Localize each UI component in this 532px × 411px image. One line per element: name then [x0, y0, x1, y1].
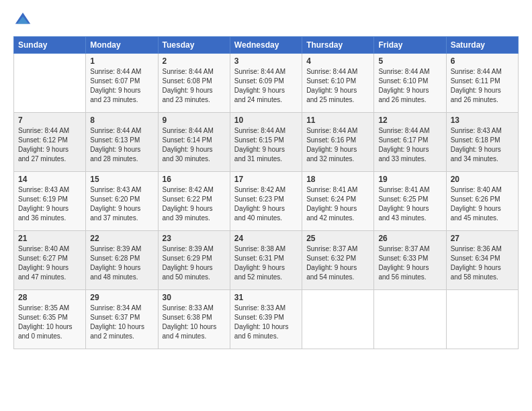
day-number: 4 [306, 56, 369, 66]
calendar-cell: 22Sunrise: 8:39 AMSunset: 6:28 PMDayligh… [86, 231, 158, 290]
calendar-body: 1Sunrise: 8:44 AMSunset: 6:07 PMDaylight… [14, 54, 519, 349]
day-info: Sunrise: 8:37 AMSunset: 6:33 PMDaylight:… [378, 244, 441, 282]
day-number: 9 [163, 116, 226, 125]
weekday-row: SundayMondayTuesdayWednesdayThursdayFrid… [14, 37, 519, 54]
calendar-cell: 28Sunrise: 8:35 AMSunset: 6:35 PMDayligh… [14, 290, 86, 349]
day-number: 24 [234, 234, 298, 243]
day-number: 1 [90, 56, 153, 66]
calendar-cell [374, 290, 446, 349]
calendar-cell: 2Sunrise: 8:44 AMSunset: 6:08 PMDaylight… [158, 54, 230, 113]
calendar-cell: 9Sunrise: 8:44 AMSunset: 6:14 PMDaylight… [158, 113, 230, 172]
day-info: Sunrise: 8:44 AMSunset: 6:10 PMDaylight:… [378, 67, 441, 105]
calendar-cell [446, 290, 518, 349]
weekday-header-sunday: Sunday [14, 37, 86, 54]
calendar-cell: 30Sunrise: 8:33 AMSunset: 6:38 PMDayligh… [158, 290, 230, 349]
day-number: 19 [378, 175, 441, 184]
day-info: Sunrise: 8:38 AMSunset: 6:31 PMDaylight:… [234, 244, 298, 282]
weekday-header-friday: Friday [374, 37, 446, 54]
day-number: 17 [234, 175, 298, 184]
calendar-cell: 20Sunrise: 8:40 AMSunset: 6:26 PMDayligh… [446, 172, 518, 231]
weekday-header-monday: Monday [86, 37, 158, 54]
calendar-week-row: 1Sunrise: 8:44 AMSunset: 6:07 PMDaylight… [14, 54, 519, 113]
day-number: 8 [90, 116, 153, 125]
calendar-cell: 7Sunrise: 8:44 AMSunset: 6:12 PMDaylight… [14, 113, 86, 172]
calendar-cell: 13Sunrise: 8:43 AMSunset: 6:18 PMDayligh… [446, 113, 518, 172]
day-number: 28 [18, 293, 81, 302]
calendar-cell: 18Sunrise: 8:41 AMSunset: 6:24 PMDayligh… [302, 172, 374, 231]
day-info: Sunrise: 8:43 AMSunset: 6:18 PMDaylight:… [451, 126, 514, 164]
weekday-header-tuesday: Tuesday [158, 37, 230, 54]
day-info: Sunrise: 8:40 AMSunset: 6:27 PMDaylight:… [18, 244, 81, 282]
calendar-cell: 27Sunrise: 8:36 AMSunset: 6:34 PMDayligh… [446, 231, 518, 290]
calendar-header: SundayMondayTuesdayWednesdayThursdayFrid… [14, 37, 519, 54]
calendar-week-row: 14Sunrise: 8:43 AMSunset: 6:19 PMDayligh… [14, 172, 519, 231]
calendar-cell: 26Sunrise: 8:37 AMSunset: 6:33 PMDayligh… [374, 231, 446, 290]
day-number: 15 [90, 175, 153, 184]
day-info: Sunrise: 8:40 AMSunset: 6:26 PMDaylight:… [451, 185, 514, 223]
calendar-cell: 31Sunrise: 8:33 AMSunset: 6:39 PMDayligh… [230, 290, 302, 349]
calendar-cell: 14Sunrise: 8:43 AMSunset: 6:19 PMDayligh… [14, 172, 86, 231]
day-number: 12 [378, 116, 441, 125]
calendar-table: SundayMondayTuesdayWednesdayThursdayFrid… [13, 36, 519, 349]
calendar-cell: 6Sunrise: 8:44 AMSunset: 6:11 PMDaylight… [446, 54, 518, 113]
day-number: 7 [18, 116, 81, 125]
day-number: 10 [234, 116, 298, 125]
day-info: Sunrise: 8:44 AMSunset: 6:11 PMDaylight:… [451, 67, 514, 105]
day-info: Sunrise: 8:44 AMSunset: 6:12 PMDaylight:… [18, 126, 81, 164]
day-info: Sunrise: 8:39 AMSunset: 6:28 PMDaylight:… [90, 244, 153, 282]
calendar-week-row: 21Sunrise: 8:40 AMSunset: 6:27 PMDayligh… [14, 231, 519, 290]
day-info: Sunrise: 8:44 AMSunset: 6:07 PMDaylight:… [90, 67, 153, 105]
weekday-header-saturday: Saturday [446, 37, 518, 54]
day-number: 31 [234, 293, 298, 302]
day-info: Sunrise: 8:43 AMSunset: 6:20 PMDaylight:… [90, 185, 153, 223]
day-number: 30 [163, 293, 226, 302]
day-info: Sunrise: 8:44 AMSunset: 6:13 PMDaylight:… [90, 126, 153, 164]
calendar-week-row: 28Sunrise: 8:35 AMSunset: 6:35 PMDayligh… [14, 290, 519, 349]
day-number: 26 [378, 234, 441, 243]
day-number: 18 [306, 175, 369, 184]
day-info: Sunrise: 8:44 AMSunset: 6:16 PMDaylight:… [306, 126, 369, 164]
calendar-cell: 4Sunrise: 8:44 AMSunset: 6:10 PMDaylight… [302, 54, 374, 113]
day-number: 20 [451, 175, 514, 184]
weekday-header-wednesday: Wednesday [230, 37, 302, 54]
calendar-cell: 3Sunrise: 8:44 AMSunset: 6:09 PMDaylight… [230, 54, 302, 113]
day-info: Sunrise: 8:44 AMSunset: 6:08 PMDaylight:… [163, 67, 226, 105]
calendar-cell: 5Sunrise: 8:44 AMSunset: 6:10 PMDaylight… [374, 54, 446, 113]
logo [13, 11, 34, 30]
day-info: Sunrise: 8:44 AMSunset: 6:14 PMDaylight:… [163, 126, 226, 164]
calendar-cell [302, 290, 374, 349]
day-number: 13 [451, 116, 514, 125]
page-header [13, 11, 519, 30]
day-number: 14 [18, 175, 81, 184]
day-number: 5 [378, 56, 441, 66]
calendar-cell: 29Sunrise: 8:34 AMSunset: 6:37 PMDayligh… [86, 290, 158, 349]
day-info: Sunrise: 8:42 AMSunset: 6:23 PMDaylight:… [234, 185, 298, 223]
calendar-cell: 10Sunrise: 8:44 AMSunset: 6:15 PMDayligh… [230, 113, 302, 172]
day-info: Sunrise: 8:33 AMSunset: 6:39 PMDaylight:… [234, 304, 298, 341]
day-number: 27 [451, 234, 514, 243]
day-number: 3 [234, 56, 298, 66]
calendar-cell: 15Sunrise: 8:43 AMSunset: 6:20 PMDayligh… [86, 172, 158, 231]
day-info: Sunrise: 8:43 AMSunset: 6:19 PMDaylight:… [18, 185, 81, 223]
day-info: Sunrise: 8:42 AMSunset: 6:22 PMDaylight:… [163, 185, 226, 223]
day-info: Sunrise: 8:44 AMSunset: 6:15 PMDaylight:… [234, 126, 298, 164]
day-info: Sunrise: 8:44 AMSunset: 6:17 PMDaylight:… [378, 126, 441, 164]
day-info: Sunrise: 8:36 AMSunset: 6:34 PMDaylight:… [451, 244, 514, 282]
calendar-cell: 11Sunrise: 8:44 AMSunset: 6:16 PMDayligh… [302, 113, 374, 172]
day-number: 6 [451, 56, 514, 66]
day-number: 21 [18, 234, 81, 243]
day-number: 25 [306, 234, 369, 243]
calendar-cell: 12Sunrise: 8:44 AMSunset: 6:17 PMDayligh… [374, 113, 446, 172]
day-number: 16 [163, 175, 226, 184]
calendar-cell: 19Sunrise: 8:41 AMSunset: 6:25 PMDayligh… [374, 172, 446, 231]
calendar-cell: 23Sunrise: 8:39 AMSunset: 6:29 PMDayligh… [158, 231, 230, 290]
day-info: Sunrise: 8:34 AMSunset: 6:37 PMDaylight:… [90, 304, 153, 341]
day-number: 11 [306, 116, 369, 125]
day-info: Sunrise: 8:35 AMSunset: 6:35 PMDaylight:… [18, 304, 81, 341]
calendar-cell: 17Sunrise: 8:42 AMSunset: 6:23 PMDayligh… [230, 172, 302, 231]
day-number: 22 [90, 234, 153, 243]
calendar-cell: 25Sunrise: 8:37 AMSunset: 6:32 PMDayligh… [302, 231, 374, 290]
day-info: Sunrise: 8:37 AMSunset: 6:32 PMDaylight:… [306, 244, 369, 282]
day-info: Sunrise: 8:44 AMSunset: 6:10 PMDaylight:… [306, 67, 369, 105]
calendar-cell: 24Sunrise: 8:38 AMSunset: 6:31 PMDayligh… [230, 231, 302, 290]
